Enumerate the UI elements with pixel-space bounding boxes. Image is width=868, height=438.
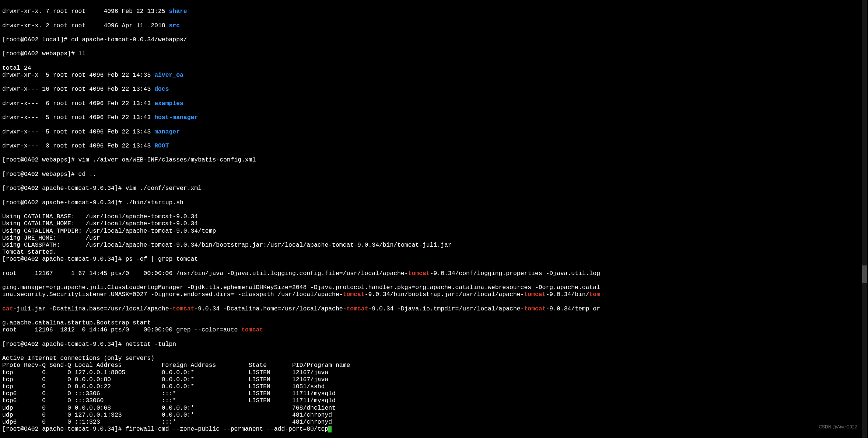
file-meta: drwxr-x--- 5 root root 4096 Feb 22 13:43 [2, 128, 154, 135]
file-meta: drwxr-xr-x. 2 root root 4096 Apr 11 2018 [2, 22, 169, 29]
ls-row: drwxr-x--- 3 root root 4096 Feb 22 13:43… [2, 142, 568, 149]
ls-row: drwxr-xr-x 5 root root 4096 Feb 22 14:35… [2, 72, 568, 79]
dir-name: manager [154, 128, 180, 135]
ps-text: root 12167 1 67 14:45 pts/0 00:00:06 /us… [2, 270, 408, 277]
prompt: [root@OA02 apache-tomcat-9.0.34]# [2, 199, 125, 206]
prompt: [root@OA02 webapps]# [2, 50, 78, 57]
prompt-line: [root@OA02 webapps]# ll [2, 50, 568, 57]
ls-row: drwxr-x--- 6 root root 4096 Feb 22 13:43… [2, 100, 568, 107]
prompt: [root@OA02 local]# [2, 36, 71, 43]
command-input[interactable]: firewall-cmd --zone=public --permanent -… [125, 425, 328, 432]
scrollbar-track[interactable] [862, 0, 867, 438]
ls-row: drwxr-x--- 5 root root 4096 Feb 22 13:43… [2, 114, 568, 121]
ps-line: root 12167 1 67 14:45 pts/0 00:00:06 /us… [2, 270, 568, 277]
dir-name: ROOT [154, 142, 169, 149]
command: ps -ef | grep tomcat [125, 256, 198, 263]
ls-row: drwxr-xr-x. 7 root root 4096 Feb 22 13:2… [2, 8, 568, 15]
output-line: Tomcat started. [2, 248, 57, 256]
ps-text: -9.0.34/temp or [546, 305, 600, 312]
output-line: Using CATALINA_BASE: /usr/local/apache-t… [2, 213, 198, 220]
match-highlight: tomcat [172, 305, 194, 312]
output-line: Using JRE_HOME: /usr [2, 234, 100, 241]
file-meta: drwxr-x--- 5 root root 4096 Feb 22 13:43 [2, 114, 154, 121]
cursor-icon [328, 426, 332, 432]
command: vim ./conf/server.xml [125, 185, 202, 192]
match-highlight: tomcat [524, 291, 546, 298]
prompt: [root@OA02 apache-tomcat-9.0.34]# [2, 256, 125, 263]
match-highlight: tomcat [408, 270, 430, 277]
file-meta: drwxr-xr-x 5 root root 4096 Feb 22 14:35 [2, 72, 154, 79]
ls-row: drwxr-x--- 5 root root 4096 Feb 22 13:43… [2, 128, 568, 135]
ps-text: -9.0.34 -Dcatalina.home=/usr/local/apach… [194, 305, 346, 312]
prompt: [root@OA02 webapps]# [2, 171, 78, 178]
ps-line: ging.manager=org.apache.juli.ClassLoader… [2, 284, 600, 291]
netstat-row: udp 0 0 127.0.0.1:323 0.0.0.0:* 481/chro… [2, 411, 365, 418]
match-highlight: cat [2, 305, 13, 312]
total-line: total 24 [2, 65, 31, 72]
terminal[interactable]: drwxr-xr-x. 7 root root 4096 Feb 22 13:2… [0, 0, 570, 438]
prompt: [root@OA02 apache-tomcat-9.0.34]# [2, 185, 125, 192]
file-meta: drwxr-x--- 3 root root 4096 Feb 22 13:43 [2, 142, 154, 149]
ls-row: drwxr-x--- 16 root root 4096 Feb 22 13:4… [2, 86, 568, 93]
netstat-row: tcp 0 0 0.0.0.0:80 0.0.0.0:* LISTEN 1216… [2, 376, 365, 383]
prompt-line: [root@OA02 apache-tomcat-9.0.34]# ./bin/… [2, 199, 568, 206]
prompt-line: [root@OA02 apache-tomcat-9.0.34]# netsta… [2, 341, 568, 348]
match-highlight: tomcat [524, 305, 546, 312]
netstat-row: tcp6 0 0 :::3306 :::* LISTEN 11711/mysql… [2, 390, 365, 397]
command: cd apache-tomcat-9.0.34/webapps/ [71, 36, 187, 43]
command: vim ./aiver_oa/WEB-INF/classes/mybatis-c… [78, 156, 256, 163]
command: ./bin/startup.sh [125, 199, 183, 206]
dir-name: docs [154, 86, 169, 93]
netstat-header: Active Internet connections (only server… [2, 355, 154, 362]
match-highlight: tom [589, 291, 601, 298]
netstat-row: udp6 0 0 ::1:323 :::* 481/chronyd [2, 418, 365, 425]
prompt-line: [root@OA02 webapps]# cd .. [2, 171, 568, 178]
match-highlight: tomcat [343, 291, 365, 298]
ps-line: cat-juli.jar -Dcatalina.base=/usr/local/… [2, 305, 568, 312]
netstat-row: tcp 0 0 127.0.0.1:8005 0.0.0.0:* LISTEN … [2, 369, 365, 376]
netstat-row: tcp 0 0 0.0.0.0:22 0.0.0.0:* LISTEN 1051… [2, 383, 365, 390]
output-line: Using CATALINA_HOME: /usr/local/apache-t… [2, 220, 198, 227]
file-meta: drwxr-x--- 6 root root 4096 Feb 22 13:43 [2, 100, 154, 107]
watermark-text: CSDN @Aiver2022 [819, 424, 857, 431]
netstat-columns: Proto Recv-Q Send-Q Local Address Foreig… [2, 362, 365, 369]
prompt: [root@OA02 webapps]# [2, 156, 78, 163]
netstat-row: udp 0 0 0.0.0.0:68 0.0.0.0:* 768/dhclien… [2, 404, 365, 411]
dir-name: examples [154, 100, 183, 107]
ps-line: g.apache.catalina.startup.Bootstrap star… [2, 319, 151, 326]
ps-text: ina.security.SecurityListener.UMASK=0027… [2, 291, 343, 298]
output-line: Using CLASSPATH: /usr/local/apache-tomca… [2, 241, 452, 248]
prompt: [root@OA02 apache-tomcat-9.0.34]# [2, 341, 125, 348]
dir-name: host-manager [154, 114, 198, 121]
ps-text: -9.0.34/bin/bootstrap.jar:/usr/local/apa… [365, 291, 524, 298]
prompt-line: [root@OA02 webapps]# vim ./aiver_oa/WEB-… [2, 156, 568, 163]
dir-name: share [169, 8, 187, 15]
prompt-line[interactable]: [root@OA02 apache-tomcat-9.0.34]# firewa… [2, 425, 568, 432]
file-meta: drwxr-xr-x. 7 root root 4096 Feb 22 13:2… [2, 8, 169, 15]
ls-row: drwxr-xr-x. 2 root root 4096 Apr 11 2018… [2, 22, 568, 29]
prompt-line: [root@OA02 apache-tomcat-9.0.34]# vim ./… [2, 185, 568, 192]
ps-text: -9.0.34/bin/ [546, 291, 589, 298]
file-meta: drwxr-x--- 16 root root 4096 Feb 22 13:4… [2, 86, 154, 93]
ps-text: -juli.jar -Dcatalina.base=/usr/local/apa… [13, 305, 173, 312]
command: cd .. [78, 171, 97, 178]
ps-line: root 12196 1312 0 14:46 pts/0 00:00:00 g… [2, 326, 568, 333]
dir-name: src [169, 22, 180, 29]
dir-name: aiver_oa [154, 72, 183, 79]
match-highlight: tomcat [241, 326, 263, 333]
ps-text: root 12196 1312 0 14:46 pts/0 00:00:00 g… [2, 326, 241, 333]
command: netstat -tulpn [125, 341, 176, 348]
ps-line: ina.security.SecurityListener.UMASK=0027… [2, 291, 568, 298]
ps-text: -9.0.34 -Djava.io.tmpdir=/usr/local/apac… [368, 305, 524, 312]
prompt-line: [root@OA02 apache-tomcat-9.0.34]# ps -ef… [2, 256, 568, 263]
prompt: [root@OA02 apache-tomcat-9.0.34]# [2, 425, 125, 432]
command: ll [78, 50, 86, 57]
output-line: Using CATALINA_TMPDIR: /usr/local/apache… [2, 227, 216, 234]
netstat-row: tcp6 0 0 :::33060 :::* LISTEN 11711/mysq… [2, 397, 365, 404]
match-highlight: tomcat [346, 305, 368, 312]
prompt-line: [root@OA02 local]# cd apache-tomcat-9.0.… [2, 36, 568, 43]
ps-text: -9.0.34/conf/logging.properties -Djava.u… [430, 270, 600, 277]
scrollbar-thumb[interactable] [862, 265, 867, 283]
